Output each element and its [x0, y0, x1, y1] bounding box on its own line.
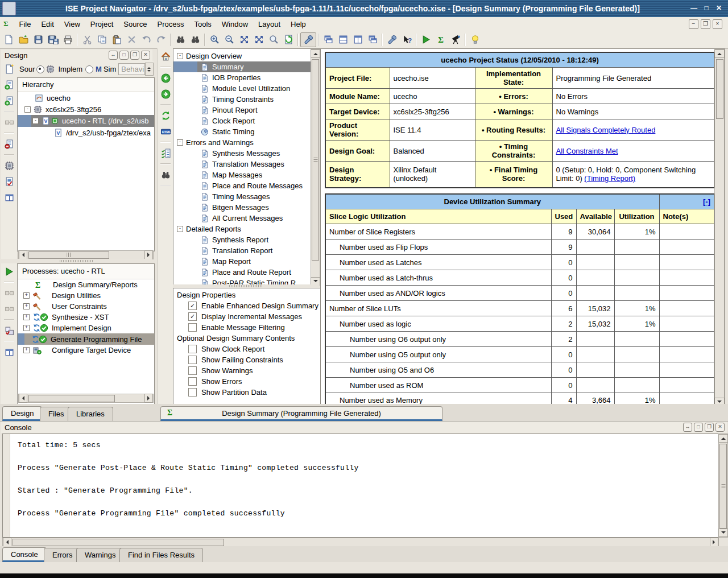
- chip-properties-icon[interactable]: [3, 160, 15, 171]
- new-file-button[interactable]: [1, 33, 16, 47]
- overview-item-all-current-messages[interactable]: All Current Messages: [173, 213, 312, 224]
- scroll-left-arrow[interactable]: [3, 538, 11, 547]
- tree-node-vhdl-file[interactable]: /drv_s2/usb-fpga/ztex/exa: [18, 127, 154, 138]
- checkbox-unchecked[interactable]: [188, 366, 197, 375]
- prop-enable-message-filtering[interactable]: Enable Message Filtering: [173, 322, 319, 333]
- search-binoculars-icon[interactable]: [160, 169, 171, 180]
- checkbox-unchecked[interactable]: [188, 388, 197, 397]
- menu-project[interactable]: Project: [85, 19, 118, 30]
- checkbox-unchecked[interactable]: [188, 377, 197, 386]
- checkbox-unchecked[interactable]: [188, 356, 197, 364]
- collapse-section-link[interactable]: [-]: [703, 197, 710, 206]
- run-button[interactable]: [419, 33, 433, 47]
- mdi-close-button[interactable]: [713, 19, 722, 29]
- collapse-expander[interactable]: [24, 106, 31, 113]
- overview-item-synthesis-report[interactable]: Synthesis Report: [173, 234, 312, 245]
- refresh-view-button[interactable]: [281, 33, 296, 47]
- overview-item-pinout-report[interactable]: Pinout Report: [173, 105, 312, 115]
- overview-item-timing-constraints[interactable]: Timing Constraints: [173, 94, 312, 105]
- process-design-summary[interactable]: Design Summary/Reports: [18, 279, 154, 290]
- expand-expander[interactable]: [23, 314, 30, 320]
- prop-enable-enhanced-design-summary[interactable]: Enable Enhanced Design Summary: [173, 300, 319, 311]
- overview-item-module-level-utilization[interactable]: Module Level Utilization: [173, 83, 312, 94]
- print-button[interactable]: [60, 33, 75, 47]
- design-summary-button[interactable]: [433, 33, 448, 47]
- hierarchy-hscrollbar[interactable]: [18, 250, 154, 259]
- overview-item-map-messages[interactable]: Map Messages: [173, 170, 312, 180]
- menu-help[interactable]: Help: [286, 19, 311, 30]
- checkbox-checked[interactable]: [188, 302, 197, 310]
- overview-item-iob-properties[interactable]: IOB Properties: [173, 72, 312, 83]
- copy-button[interactable]: [94, 33, 109, 47]
- tree-node-ucecho-project[interactable]: ucecho: [18, 92, 154, 104]
- rerun-all-icon[interactable]: [3, 325, 15, 336]
- menu-file[interactable]: File: [14, 19, 36, 30]
- tab-find-in-files-results[interactable]: Find in Files Results: [119, 548, 203, 562]
- back-icon[interactable]: [160, 72, 171, 84]
- prop-show-errors[interactable]: Show Errors: [173, 376, 319, 387]
- remove-source-icon[interactable]: [3, 138, 15, 150]
- prop-show-clock-report[interactable]: Show Clock Report: [173, 344, 319, 354]
- redo-button[interactable]: [154, 33, 168, 47]
- scroll-right-arrow[interactable]: [710, 538, 718, 547]
- overview-item-static-timing[interactable]: Static Timing: [173, 126, 312, 137]
- scroll-left-arrow[interactable]: [19, 394, 27, 403]
- prop-display-incremental-messages[interactable]: Display Incremental Messages: [173, 311, 319, 322]
- tile-vertical-button[interactable]: [350, 33, 365, 47]
- overview-item-summary[interactable]: Summary: [173, 61, 312, 72]
- scroll-up-arrow[interactable]: [311, 49, 320, 58]
- console-close-button[interactable]: [715, 423, 725, 432]
- overview-vscrollbar[interactable]: [311, 49, 320, 286]
- scroll-thumb[interactable]: [28, 251, 109, 259]
- design-panel-close-button[interactable]: [141, 51, 150, 60]
- menu-view[interactable]: View: [59, 19, 85, 30]
- tab-warnings[interactable]: Warnings: [76, 548, 124, 562]
- processes-hscrollbar[interactable]: [18, 394, 154, 403]
- scroll-right-arrow[interactable]: [144, 250, 153, 259]
- menu-tools[interactable]: Tools: [189, 19, 216, 30]
- title-bar[interactable]: ISE Project Navigator - /drv_s2/usb-fpga…: [0, 0, 728, 18]
- add-copy-of-source-icon[interactable]: [3, 95, 15, 106]
- collapse-expander[interactable]: [177, 226, 183, 232]
- delete-button[interactable]: [124, 33, 139, 47]
- settings-button[interactable]: [384, 33, 399, 47]
- minimize-button[interactable]: [689, 4, 698, 13]
- zoom-fit-button[interactable]: [237, 33, 251, 47]
- cascade-windows-button[interactable]: [321, 33, 336, 47]
- html-export-icon[interactable]: [160, 126, 171, 137]
- summary-vscrollbar[interactable]: [714, 49, 725, 406]
- checkbox-unchecked[interactable]: [188, 345, 197, 353]
- process-columns-icon[interactable]: [3, 346, 15, 358]
- menu-window[interactable]: Window: [217, 19, 253, 30]
- tab-design[interactable]: Design: [2, 406, 42, 421]
- zoom-selection-button[interactable]: [266, 33, 281, 47]
- mdi-restore-button[interactable]: [701, 19, 710, 29]
- scroll-left-arrow[interactable]: [19, 250, 27, 259]
- overview-item-clock-report[interactable]: Clock Report: [173, 115, 312, 126]
- overview-item-bitgen-messages[interactable]: Bitgen Messages: [173, 202, 312, 213]
- prop-show-failing-constraints[interactable]: Show Failing Constraints: [173, 354, 319, 365]
- process-synthesize[interactable]: Synthesize - XST: [18, 312, 154, 323]
- design-panel-maximize-button[interactable]: [119, 51, 129, 60]
- expand-expander[interactable]: [23, 325, 30, 331]
- messages-list-icon[interactable]: [160, 147, 171, 159]
- find-button[interactable]: [173, 33, 188, 47]
- scroll-up-arrow[interactable]: [714, 49, 725, 58]
- tile-horizontal-button[interactable]: [336, 33, 350, 47]
- paste-button[interactable]: [109, 33, 124, 47]
- overview-item-place-and-route-messages[interactable]: Place and Route Messages: [173, 180, 312, 191]
- tab-console[interactable]: Console: [2, 547, 47, 562]
- column-layout-icon[interactable]: [3, 192, 15, 203]
- tip-of-the-day-button[interactable]: [468, 33, 482, 47]
- design-check-icon[interactable]: [3, 176, 15, 187]
- scroll-thumb[interactable]: [719, 444, 727, 529]
- tab-errors[interactable]: Errors: [44, 548, 81, 562]
- expand-expander[interactable]: [23, 292, 30, 299]
- undo-button[interactable]: [139, 33, 154, 47]
- overview-item-synthesis-messages[interactable]: Synthesis Messages: [173, 148, 312, 159]
- implementation-radio[interactable]: [36, 65, 44, 73]
- scroll-right-arrow[interactable]: [144, 394, 153, 403]
- behavioral-combo[interactable]: Behavi: [118, 63, 144, 75]
- close-button[interactable]: [714, 4, 723, 13]
- maximize-button[interactable]: [702, 4, 711, 13]
